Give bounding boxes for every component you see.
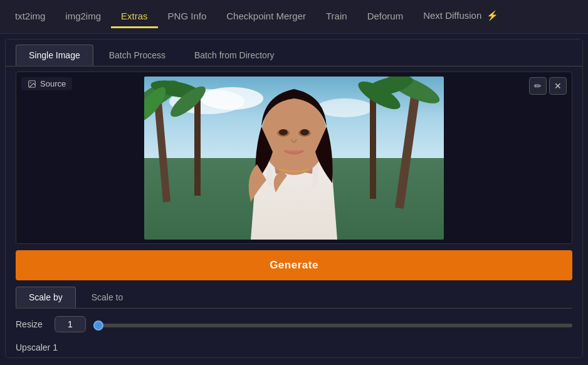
svg-rect-16 [370, 92, 376, 199]
nav-tab-png-info[interactable]: PNG Info [158, 6, 217, 28]
generate-button[interactable]: Generate [16, 250, 572, 280]
nav-tab-img2img[interactable]: img2img [55, 6, 111, 28]
resize-slider[interactable] [93, 324, 572, 327]
scale-tab-to[interactable]: Scale to [78, 287, 137, 308]
image-controls: ✏ ✕ [529, 77, 567, 95]
sub-tab-bar: Single Image Batch Process Batch from Di… [6, 40, 582, 66]
svg-point-4 [201, 87, 263, 110]
nav-tab-checkpoint-merger[interactable]: Checkpoint Merger [216, 6, 316, 28]
nav-tab-deforum[interactable]: Deforum [357, 6, 414, 28]
svg-point-23 [279, 129, 288, 135]
resize-slider-container [93, 319, 572, 330]
svg-point-24 [300, 129, 309, 135]
source-text: Source [40, 79, 66, 88]
nav-tab-txt2img[interactable]: txt2img [5, 6, 55, 28]
photo-container [16, 72, 572, 243]
resize-label: Resize [16, 319, 47, 329]
svg-rect-14 [194, 95, 201, 196]
upscaler-1-label: Upscaler 1 [16, 340, 572, 352]
nav-tab-next-diffusion[interactable]: Next Diffusion ⚡ [413, 5, 508, 28]
resize-row: Resize 1 [16, 316, 572, 332]
nav-tab-train[interactable]: Train [316, 6, 357, 28]
scale-tab-by[interactable]: Scale by [16, 287, 76, 308]
image-icon [28, 80, 36, 88]
svg-point-1 [30, 82, 31, 83]
svg-point-20 [261, 97, 327, 175]
sub-tab-batch-from-directory[interactable]: Batch from Directory [181, 45, 288, 66]
resize-value: 1 [55, 316, 86, 332]
source-image [144, 77, 444, 240]
image-upload-area[interactable]: Source ✏ ✕ [16, 71, 572, 244]
next-diffusion-label: Next Diffusion [423, 10, 481, 21]
nav-tab-extras[interactable]: Extras [111, 6, 158, 28]
top-navigation: txt2img img2img Extras PNG Info Checkpoi… [0, 0, 588, 34]
sub-tab-batch-process[interactable]: Batch Process [96, 45, 179, 66]
extras-panel: Single Image Batch Process Batch from Di… [5, 39, 583, 358]
source-label: Source [21, 77, 72, 90]
main-content: Source ✏ ✕ [6, 66, 582, 357]
close-image-button[interactable]: ✕ [549, 77, 567, 95]
scale-tab-bar: Scale by Scale to [16, 287, 572, 309]
edit-image-button[interactable]: ✏ [529, 77, 547, 95]
lightning-icon: ⚡ [486, 10, 498, 21]
sub-tab-single-image[interactable]: Single Image [16, 45, 93, 66]
svg-point-5 [317, 98, 373, 117]
